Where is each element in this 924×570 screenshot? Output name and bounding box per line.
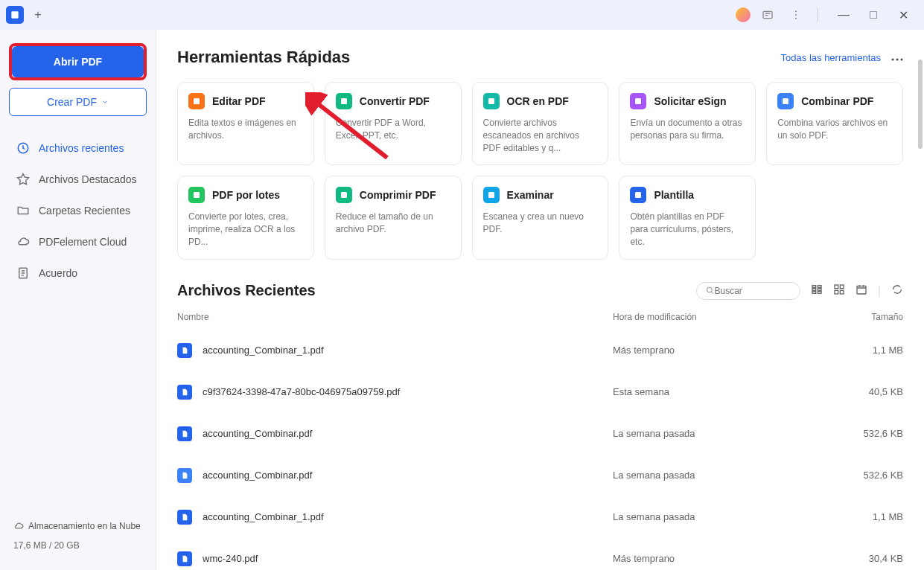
files-title: Archivos Recientes [177, 282, 316, 299]
svg-rect-0 [11, 11, 18, 18]
search-box[interactable] [696, 282, 800, 300]
file-size: 30,4 KB [836, 553, 903, 564]
maximize-button[interactable]: □ [858, 4, 888, 26]
cloud-icon [16, 235, 30, 249]
tool-card[interactable]: Comprimir PDF Reduce el tamaño de un arc… [325, 176, 462, 259]
tool-card[interactable]: Convertir PDF Convertir PDF a Word, Exce… [325, 82, 462, 165]
tool-icon [630, 93, 646, 109]
tool-head: Combinar PDF [777, 93, 892, 109]
tool-card[interactable]: Solicitar eSign Envía un documento a otr… [619, 82, 756, 165]
svg-point-20 [707, 287, 712, 292]
nav-agreement[interactable]: Acuerdo [9, 257, 147, 289]
doc-icon [16, 266, 30, 280]
grid-view-icon[interactable] [833, 284, 845, 298]
file-size: 1,1 MB [836, 511, 903, 522]
tool-card[interactable]: Plantilla Obtén plantillas en PDF para c… [619, 176, 756, 259]
divider [818, 8, 818, 22]
tool-card[interactable]: OCR en PDF Convierte archivos escaneados… [472, 82, 609, 165]
main-layout: Abrir PDF Crear PDF Archivos recientes A… [0, 30, 924, 570]
list-view-icon[interactable] [811, 284, 823, 298]
svg-point-2 [795, 10, 797, 12]
close-button[interactable]: ✕ [888, 4, 918, 26]
svg-rect-24 [818, 285, 821, 287]
tool-title: OCR en PDF [507, 95, 569, 107]
divider: | [878, 284, 881, 298]
file-name: accounting_Combinar.pdf [203, 470, 613, 481]
menu-dots-icon[interactable] [785, 4, 807, 26]
file-row[interactable]: wmc-240.pdf Más temprano 30,4 KB [177, 538, 903, 570]
calendar-view-icon[interactable] [856, 284, 867, 298]
notification-icon[interactable] [756, 4, 779, 26]
minimize-button[interactable]: — [829, 4, 858, 26]
create-pdf-button[interactable]: Crear PDF [9, 88, 147, 116]
file-row[interactable]: accounting_Combinar_1.pdf La semana pasa… [177, 496, 903, 538]
titlebar: + — □ ✕ [0, 0, 924, 30]
cloud-icon [13, 521, 24, 531]
svg-rect-11 [194, 98, 200, 104]
svg-point-3 [795, 14, 797, 16]
storage-value: 17,6 MB / 20 GB [13, 540, 142, 551]
titlebar-left: + [6, 4, 49, 26]
tool-icon [777, 93, 794, 109]
tool-title: Editar PDF [212, 95, 266, 107]
tool-card[interactable]: PDF por lotes Convierte por lotes, crea,… [177, 176, 314, 259]
search-input[interactable] [715, 286, 791, 296]
scrollbar[interactable] [918, 60, 923, 149]
tool-card[interactable]: Combinar PDF Combina varios archivos en … [766, 82, 903, 165]
nav-label: Carpetas Recientes [39, 205, 130, 217]
tool-title: Solicitar eSign [654, 95, 726, 107]
file-size: 1,1 MB [836, 345, 903, 356]
search-icon [706, 286, 715, 295]
svg-point-8 [892, 59, 894, 61]
file-size: 40,5 KB [836, 386, 903, 397]
table-header: Nombre Hora de modificación Tamaño [177, 312, 903, 330]
nav-recent-files[interactable]: Archivos recientes [9, 132, 147, 164]
clock-icon [16, 141, 30, 155]
tools-actions: Todas las herramientas [781, 51, 903, 64]
new-tab-button[interactable]: + [27, 4, 49, 26]
svg-point-9 [896, 59, 899, 61]
file-name: c9f37624-3398-47a7-80bc-046975a09759.pdf [203, 386, 613, 397]
tool-title: Examinar [507, 189, 554, 201]
svg-rect-16 [194, 192, 200, 198]
file-row[interactable]: accounting_Combinar.pdf La semana pasada… [177, 455, 903, 496]
tool-icon [483, 93, 500, 109]
svg-rect-15 [783, 98, 788, 104]
file-size: 532,6 KB [836, 428, 903, 439]
nav-label: PDFelement Cloud [39, 236, 127, 248]
titlebar-right: — □ ✕ [736, 4, 918, 26]
all-tools-link[interactable]: Todas las herramientas [781, 52, 881, 63]
nav-label: Acuerdo [39, 267, 77, 279]
tool-desc: Convierte archivos escaneados en archivo… [483, 117, 598, 154]
tool-desc: Envía un documento a otras personas para… [630, 117, 745, 142]
svg-rect-27 [835, 285, 838, 289]
svg-rect-29 [835, 290, 838, 294]
pdf-file-icon [177, 343, 192, 358]
pdf-file-icon [177, 510, 192, 525]
file-row[interactable]: accounting_Combinar_1.pdf Más temprano 1… [177, 330, 903, 371]
svg-point-4 [795, 18, 797, 19]
tool-card[interactable]: Editar PDF Edita textos e imágenes en ar… [177, 82, 314, 165]
tool-head: PDF por lotes [188, 187, 303, 203]
nav-label: Archivos Destacados [39, 173, 137, 185]
sidebar: Abrir PDF Crear PDF Archivos recientes A… [0, 30, 156, 570]
file-date: Más temprano [613, 553, 836, 564]
user-avatar[interactable] [736, 7, 751, 22]
file-date: La semana pasada [613, 511, 836, 522]
file-row[interactable]: c9f37624-3398-47a7-80bc-046975a09759.pdf… [177, 371, 903, 413]
more-dots-icon[interactable] [891, 51, 903, 64]
nav-cloud[interactable]: PDFelement Cloud [9, 226, 147, 257]
refresh-icon[interactable] [891, 284, 903, 298]
svg-rect-28 [840, 285, 844, 289]
tool-card[interactable]: Examinar Escanea y crea un nuevo PDF. [472, 176, 609, 259]
files-list: accounting_Combinar_1.pdf Más temprano 1… [177, 330, 903, 570]
open-pdf-button[interactable]: Abrir PDF [12, 46, 144, 77]
nav-starred[interactable]: Archivos Destacados [9, 164, 147, 195]
nav-label: Archivos recientes [39, 142, 124, 154]
tools-title: Herramientas Rápidas [177, 48, 350, 67]
tool-head: Convertir PDF [336, 93, 450, 109]
file-row[interactable]: accounting_Combinar.pdf La semana pasada… [177, 413, 903, 455]
pdf-file-icon [177, 385, 192, 400]
nav-recent-folders[interactable]: Carpetas Recientes [9, 195, 147, 226]
pdf-file-icon [177, 468, 192, 483]
